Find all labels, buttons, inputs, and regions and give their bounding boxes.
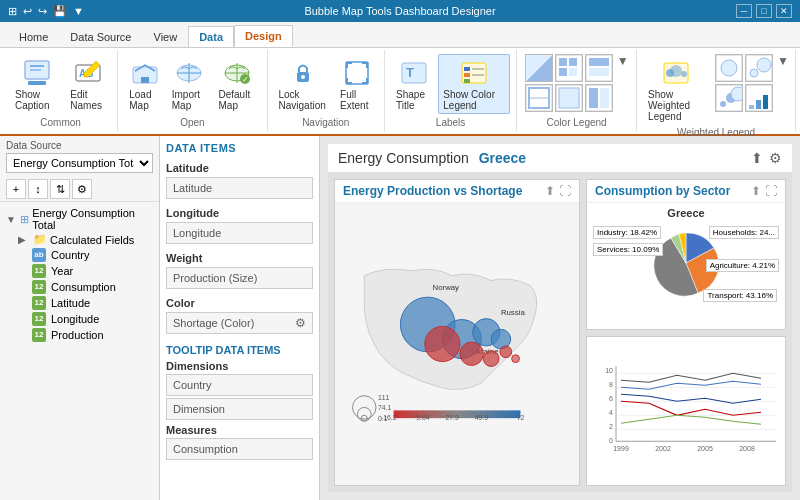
latitude-field-box[interactable]: Latitude (166, 177, 313, 199)
full-extent-button[interactable]: Full Extent (335, 54, 378, 114)
pie-panel-content: Greece (587, 203, 785, 329)
tree-item-longitude[interactable]: 12 Longitude (4, 311, 155, 327)
left-toolbar: + ↕ ⇅ ⚙ (0, 177, 159, 202)
consumption-label: Consumption (51, 281, 116, 293)
tree-item-production[interactable]: 12 Production (4, 327, 155, 343)
color-field-box[interactable]: Shortage (Color) ⚙ (166, 312, 313, 334)
tab-view[interactable]: View (143, 26, 189, 47)
tree-root[interactable]: ▼ ⊞ Energy Consumption Total (4, 206, 155, 232)
svg-point-44 (670, 65, 682, 77)
pie-export-icon[interactable]: ⬆ (751, 184, 761, 198)
edit-names-button[interactable]: AB Edit Names (65, 54, 111, 114)
datasource-icon: ⊞ (20, 213, 29, 226)
add-field-button[interactable]: + (6, 179, 26, 199)
sort-button[interactable]: ↕ (28, 179, 48, 199)
tree-item-latitude[interactable]: 12 Latitude (4, 295, 155, 311)
color-legend-box-3[interactable] (585, 54, 613, 82)
color-legend-box-5[interactable] (555, 84, 583, 112)
tree-calculated-fields[interactable]: ▶ 📁 Calculated Fields (4, 232, 155, 247)
map-expand-icon[interactable]: ⛶ (559, 184, 571, 198)
year-field-icon: 12 (32, 264, 46, 278)
quick-access-menu[interactable]: ▼ (73, 5, 84, 17)
norway-label: Norway (433, 283, 460, 292)
quick-access-undo[interactable]: ↩ (23, 5, 32, 18)
tooltip-section: TOOLTIP DATA ITEMS Dimensions Country Di… (166, 344, 313, 460)
longitude-label: Longitude (51, 313, 99, 325)
line-chart-content: 0 2 4 6 8 10 (587, 337, 785, 486)
tooltip-country-box[interactable]: Country (166, 374, 313, 396)
map-panel-icons: ⬆ ⛶ (545, 184, 571, 198)
color-legend-box-4[interactable] (525, 84, 553, 112)
tab-design[interactable]: Design (234, 25, 293, 47)
color-gear-icon[interactable]: ⚙ (295, 316, 306, 330)
load-map-button[interactable]: Load Map (124, 54, 165, 114)
weighted-box-3[interactable] (715, 84, 743, 112)
color-legend-box-2[interactable] (555, 54, 583, 82)
tree-root-label: Energy Consumption Total (32, 207, 153, 231)
default-map-button[interactable]: ✓ Default Map (213, 54, 260, 114)
close-button[interactable]: ✕ (776, 4, 792, 18)
data-items-title: DATA ITEMS (166, 142, 313, 154)
scale-label-3: 27.9 (445, 414, 458, 421)
tree-item-consumption[interactable]: 12 Consumption (4, 279, 155, 295)
edit-names-icon: AB (72, 57, 104, 89)
window-title: Bubble Map Tools Dashboard Designer (304, 5, 495, 17)
map-export-icon[interactable]: ⬆ (545, 184, 555, 198)
labels-buttons: T Shape Title Show Color Legend (391, 54, 510, 115)
legend-val-large: 111 (378, 394, 390, 401)
tab-data[interactable]: Data (188, 26, 234, 47)
tab-datasource[interactable]: Data Source (59, 26, 142, 47)
minimize-button[interactable]: ─ (736, 4, 752, 18)
weight-field-box[interactable]: Production (Size) (166, 267, 313, 289)
lock-navigation-button[interactable]: Lock Navigation (274, 54, 334, 114)
filter-button[interactable]: ⇅ (50, 179, 70, 199)
legend-val-medium: 74.1 (378, 404, 391, 411)
show-color-legend-button[interactable]: Show Color Legend (438, 54, 510, 114)
datasource-label: Data Source (6, 140, 153, 151)
ribbon-group-navigation: Lock Navigation Full Extent Navigation (268, 50, 386, 132)
pie-panel-title: Consumption by Sector (595, 184, 730, 198)
weighted-box-2[interactable] (745, 54, 773, 82)
pie-expand-icon[interactable]: ⛶ (765, 184, 777, 198)
svg-text:1999: 1999 (613, 445, 629, 452)
bubble-red-medium (460, 342, 483, 365)
color-legend-box-6[interactable] (585, 84, 613, 112)
common-group-label: Common (40, 117, 81, 128)
consumption-field-icon: 12 (32, 280, 46, 294)
energy-title: Energy Consumption (338, 150, 469, 166)
show-caption-button[interactable]: Show Caption (10, 54, 63, 114)
weighted-box-1[interactable] (715, 54, 743, 82)
svg-rect-38 (559, 88, 579, 108)
svg-rect-17 (346, 62, 368, 84)
weighted-legend-dropdown[interactable]: ▼ (777, 54, 789, 68)
maximize-button[interactable]: □ (756, 4, 772, 18)
datasource-select[interactable]: Energy Consumption Total (6, 153, 153, 173)
shape-title-icon: T (398, 57, 430, 89)
mid-panel: DATA ITEMS Latitude Latitude Longitude L… (160, 136, 320, 500)
weighted-box-4[interactable] (745, 84, 773, 112)
export-icon[interactable]: ⬆ (751, 150, 763, 166)
svg-point-49 (750, 69, 758, 77)
navigation-group-label: Navigation (302, 117, 349, 128)
settings-button[interactable]: ⚙ (72, 179, 92, 199)
svg-rect-30 (569, 68, 577, 76)
color-legend-box-1[interactable] (525, 54, 553, 82)
tree-expand-root: ▼ (6, 214, 17, 225)
tooltip-dimension-box[interactable]: Dimension (166, 398, 313, 420)
tooltip-consumption-box[interactable]: Consumption (166, 438, 313, 460)
settings-icon[interactable]: ⚙ (769, 150, 782, 166)
tree-item-country[interactable]: ab Country (4, 247, 155, 263)
svg-text:6: 6 (609, 395, 613, 402)
shape-title-button[interactable]: T Shape Title (391, 54, 436, 114)
import-map-button[interactable]: Import Map (167, 54, 212, 114)
quick-access-save[interactable]: 💾 (53, 5, 67, 18)
color-legend-items: ▼ (525, 54, 629, 115)
longitude-field-box[interactable]: Longitude (166, 222, 313, 244)
svg-text:4: 4 (609, 409, 613, 416)
color-legend-dropdown[interactable]: ▼ (617, 54, 629, 68)
svg-point-47 (721, 60, 737, 76)
show-weighted-legend-button[interactable]: Show Weighted Legend (643, 54, 709, 125)
tree-item-year[interactable]: 12 Year (4, 263, 155, 279)
quick-access-redo[interactable]: ↪ (38, 5, 47, 18)
tab-home[interactable]: Home (8, 26, 59, 47)
